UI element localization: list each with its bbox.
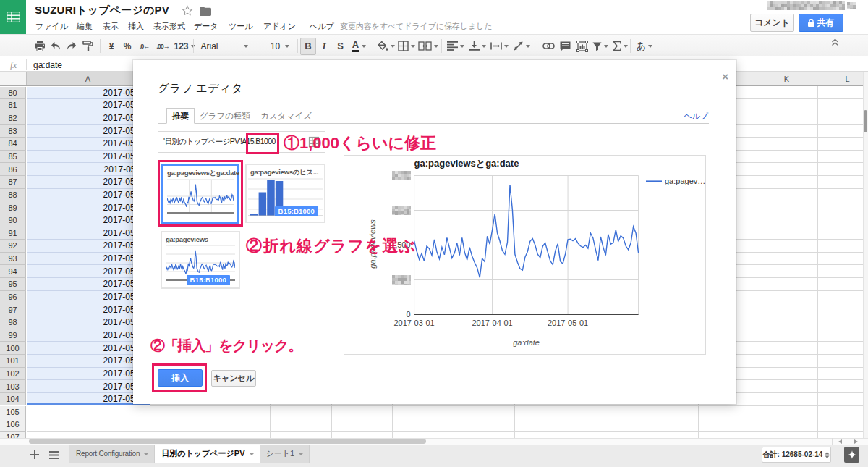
row-header-94[interactable]: 94 — [0, 265, 26, 278]
functions-icon[interactable] — [610, 38, 630, 55]
cell-A101[interactable]: 2017-05-26 — [27, 355, 150, 368]
scroll-left-icon[interactable] — [832, 438, 848, 445]
sum-indicator[interactable]: 合計: 12685-02-14 — [762, 447, 831, 463]
cell-A85[interactable]: 2017-05-10 — [27, 151, 150, 164]
row-header-86[interactable]: 86 — [0, 163, 26, 176]
sheet-tab-menu-icon[interactable] — [143, 453, 149, 455]
sheet-tab-menu-icon[interactable] — [298, 453, 304, 455]
cell-A97[interactable]: 2017-05-22 — [27, 303, 150, 316]
formula-bar-value[interactable]: ga:date — [33, 60, 62, 70]
cell-A94[interactable]: 2017-05-19 — [27, 265, 150, 278]
cell-A92[interactable]: 2017-05-17 — [27, 240, 150, 253]
comment-button[interactable]: コメント — [750, 14, 794, 32]
chart-suggestion-line[interactable]: ga:pageviewsB15:B1000 — [161, 231, 240, 289]
chart-suggestion-histogram[interactable]: ga:pageviewsのヒス...B15:B1000 — [245, 164, 326, 223]
cell-A83[interactable]: 2017-05-08 — [27, 125, 150, 138]
redo-icon[interactable] — [64, 38, 80, 55]
row-header-106[interactable]: 106 — [0, 418, 26, 432]
font-size-select[interactable]: 10 — [263, 38, 294, 55]
input-tools-button[interactable]: あ — [634, 38, 655, 55]
all-sheets-icon[interactable] — [46, 447, 61, 462]
row-header-93[interactable]: 93 — [0, 253, 26, 266]
insert-comment-icon[interactable] — [557, 38, 574, 55]
text-wrap-icon[interactable] — [488, 38, 511, 55]
cell-A84[interactable]: 2017-05-09 — [27, 138, 150, 151]
cell-A88[interactable]: 2017-05-13 — [27, 189, 150, 202]
row-header-103[interactable]: 103 — [0, 380, 26, 393]
format-currency-button[interactable]: ¥ — [103, 38, 119, 55]
column-header-K[interactable]: K — [757, 72, 817, 85]
cell-A102[interactable]: 2017-05-27 — [27, 368, 150, 381]
add-sheet-icon[interactable] — [27, 447, 42, 462]
row-header-80[interactable]: 80 — [0, 87, 26, 100]
bold-button[interactable]: B — [300, 38, 316, 55]
sheet-tab-menu-icon[interactable] — [249, 453, 255, 455]
document-title[interactable]: SUZURIトップページのPV — [35, 4, 169, 17]
vertical-align-icon[interactable] — [467, 38, 488, 55]
format-percent-button[interactable]: % — [119, 38, 135, 55]
row-header-102[interactable]: 102 — [0, 368, 26, 381]
help-link[interactable]: ヘルプ — [684, 111, 708, 122]
row-header-107[interactable]: 107 — [0, 432, 26, 438]
strikethrough-button[interactable]: S — [332, 38, 349, 55]
row-header-97[interactable]: 97 — [0, 303, 26, 316]
sheets-logo[interactable] — [0, 0, 26, 34]
cell-A90[interactable]: 2017-05-15 — [27, 214, 150, 227]
cell-A81[interactable]: 2017-05-06 — [27, 99, 150, 112]
cell-A93[interactable]: 2017-05-18 — [27, 253, 150, 266]
increase-decimals-button[interactable]: .00→ — [153, 38, 172, 55]
menu-data[interactable]: データ — [189, 20, 224, 33]
print-icon[interactable] — [32, 38, 48, 55]
paint-format-icon[interactable] — [80, 38, 95, 55]
cell-A103[interactable]: 2017-05-28 — [27, 380, 150, 393]
insert-link-icon[interactable] — [540, 38, 557, 55]
borders-icon[interactable] — [396, 38, 417, 55]
cell-A107[interactable] — [27, 432, 150, 438]
row-header-82[interactable]: 82 — [0, 112, 26, 125]
cell-A82[interactable]: 2017-05-07 — [27, 112, 150, 125]
cancel-button[interactable]: キャンセル — [211, 370, 256, 387]
undo-icon[interactable] — [48, 38, 64, 55]
filter-icon[interactable] — [590, 38, 610, 55]
dialog-tab-2[interactable]: グラフの種類 — [195, 108, 255, 124]
save-status[interactable]: 変更内容をすべてドライブに保存しました — [340, 20, 492, 33]
cell-A95[interactable]: 2017-05-20 — [27, 278, 150, 291]
scroll-right-icon[interactable] — [848, 438, 864, 445]
close-icon[interactable]: × — [722, 71, 728, 82]
cell-A86[interactable]: 2017-05-11 — [27, 163, 150, 176]
row-header-83[interactable]: 83 — [0, 125, 26, 138]
cell-A105[interactable] — [27, 406, 150, 419]
row-header-100[interactable]: 100 — [0, 342, 26, 355]
menu-view[interactable]: 表示 — [98, 20, 124, 33]
merge-cells-icon[interactable] — [417, 38, 440, 55]
menu-addons[interactable]: アドオン — [258, 20, 301, 33]
row-header-104[interactable]: 104 — [0, 393, 26, 406]
sheet-tab-1[interactable]: Report Configuration — [69, 445, 155, 463]
cell-A96[interactable]: 2017-05-21 — [27, 291, 150, 304]
collapse-toolbar-icon[interactable] — [831, 38, 839, 46]
menu-format[interactable]: 表示形式 — [148, 20, 190, 33]
italic-button[interactable]: I — [316, 38, 332, 55]
row-header-95[interactable]: 95 — [0, 278, 26, 291]
dialog-tab-1[interactable]: 推奨 — [166, 108, 195, 124]
row-header-87[interactable]: 87 — [0, 176, 26, 189]
sheet-tab-2[interactable]: 日別のトップページPV — [155, 445, 259, 463]
cell-A106[interactable] — [27, 418, 150, 432]
row-header-105[interactable]: 105 — [0, 406, 26, 419]
share-button[interactable]: 共有 — [799, 14, 843, 32]
cell-A99[interactable]: 2017-05-24 — [27, 329, 150, 342]
vertical-scrollbar-thumb[interactable] — [864, 110, 867, 132]
fill-color-icon[interactable] — [375, 38, 396, 55]
cell-A91[interactable]: 2017-05-16 — [27, 227, 150, 240]
font-family-select[interactable]: Arial — [195, 38, 250, 55]
menu-file[interactable]: ファイル — [30, 20, 73, 33]
horizontal-scrollbar-thumb[interactable] — [29, 439, 426, 444]
folder-icon[interactable] — [200, 7, 211, 16]
insert-chart-icon[interactable] — [574, 38, 590, 55]
row-header-85[interactable]: 85 — [0, 151, 26, 164]
cell-A98[interactable]: 2017-05-23 — [27, 316, 150, 329]
cell-A89[interactable]: 2017-05-14 — [27, 201, 150, 214]
row-header-90[interactable]: 90 — [0, 214, 26, 227]
row-header-89[interactable]: 89 — [0, 201, 26, 214]
row-header-99[interactable]: 99 — [0, 329, 26, 342]
